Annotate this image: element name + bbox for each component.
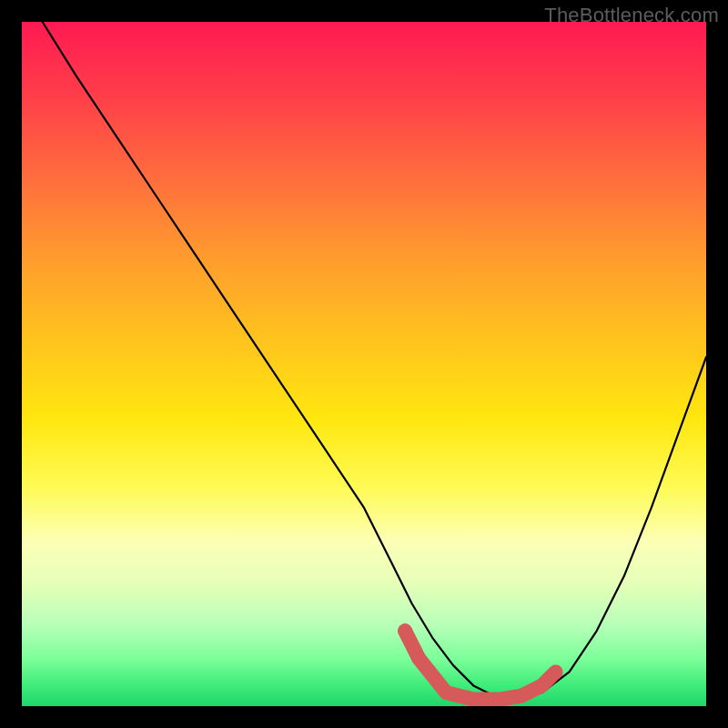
highlight-dot [411,651,426,665]
bottleneck-curve [43,22,706,700]
chart-svg [22,22,706,706]
chart-frame: TheBottleneck.com [0,0,728,728]
highlight-dot [398,623,412,638]
plot-area [22,22,706,706]
